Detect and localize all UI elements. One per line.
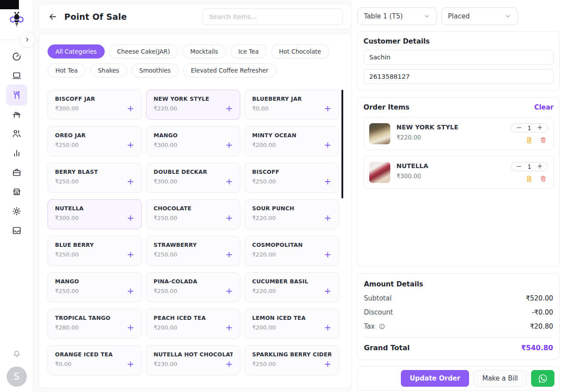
clear-order-link[interactable]: Clear	[534, 103, 554, 111]
tax-row: Tax ₹20.80	[364, 316, 553, 330]
add-product-icon[interactable]: +	[127, 104, 134, 112]
sidebar-item-tables[interactable]	[6, 104, 27, 125]
item-note-icon[interactable]	[525, 175, 533, 183]
product-card[interactable]: MINTY OCEAN ₹200.00 +	[245, 126, 339, 156]
category-chip[interactable]: Ice Tea	[231, 44, 267, 59]
add-product-icon[interactable]: +	[324, 250, 331, 258]
category-chip[interactable]: Cheese Cake(JAR)	[109, 44, 178, 59]
category-chip[interactable]: Elevated Coffee Refresher	[183, 63, 276, 77]
add-product-icon[interactable]: +	[225, 287, 233, 295]
add-product-icon[interactable]: +	[324, 141, 331, 149]
search-input[interactable]	[202, 8, 343, 25]
add-product-icon[interactable]: +	[225, 360, 233, 368]
product-card[interactable]: NEW YORK STYLE ₹220.00 +	[146, 90, 240, 120]
category-chip[interactable]: All Categories	[48, 44, 105, 59]
sidebar-item-settings[interactable]	[6, 201, 27, 222]
product-card[interactable]: SOUR PUNCH ₹220.00 +	[245, 199, 339, 229]
delete-item-icon[interactable]	[539, 136, 547, 144]
whatsapp-button[interactable]	[531, 370, 554, 387]
decrease-qty-button[interactable]: −	[516, 163, 522, 170]
add-product-icon[interactable]: +	[324, 177, 331, 185]
add-product-icon[interactable]: +	[127, 177, 134, 185]
product-card[interactable]: BISCOFF ₹250.00 +	[245, 163, 339, 193]
product-card[interactable]: DOUBLE DECKAR ₹300.00 +	[146, 163, 240, 193]
customer-name-input[interactable]	[363, 50, 554, 65]
product-name: NUTELLA	[55, 205, 134, 212]
category-chip[interactable]: Hot Tea	[48, 63, 86, 77]
add-product-icon[interactable]: +	[225, 177, 233, 185]
category-chip[interactable]: Smoothies	[132, 63, 179, 77]
product-name: TROPICAL TANGO	[55, 315, 134, 321]
sidebar-item-devices[interactable]	[6, 65, 27, 86]
category-chip[interactable]: Hot Chocolate	[271, 44, 329, 59]
add-product-icon[interactable]: +	[225, 141, 233, 149]
add-product-icon[interactable]: +	[324, 360, 331, 368]
sidebar-item-dashboard[interactable]	[6, 46, 27, 67]
grid-scrollbar[interactable]	[341, 90, 343, 198]
product-card[interactable]: MANGO ₹250.00 +	[48, 272, 142, 302]
product-card[interactable]: SPARKLING BERRY CIDER ₹250.00 +	[245, 345, 339, 375]
product-card[interactable]: BLUE BERRY ₹250.00 +	[48, 236, 142, 266]
sidebar-item-store[interactable]	[6, 181, 27, 202]
add-product-icon[interactable]: +	[127, 141, 134, 149]
product-card[interactable]: TROPICAL TANGO ₹280.00 +	[48, 309, 142, 339]
product-card[interactable]: PINA-COLADA ₹250.00 +	[146, 272, 240, 302]
product-card[interactable]: BLUEBERRY JAR ₹0.00 +	[245, 90, 339, 120]
quantity-stepper[interactable]: − 1 +	[511, 162, 548, 171]
product-card[interactable]: CUCUMBER BASIL ₹220.00 +	[245, 272, 339, 302]
product-card[interactable]: CHOCOLATE ₹250.00 +	[146, 199, 240, 229]
product-card[interactable]: BISCOFF JAR ₹300.00 +	[48, 90, 142, 120]
add-product-icon[interactable]: +	[324, 323, 331, 331]
add-product-icon[interactable]: +	[127, 360, 134, 368]
notifications-bell-icon[interactable]	[11, 348, 22, 360]
add-product-icon[interactable]: +	[225, 104, 233, 112]
add-product-icon[interactable]: +	[324, 214, 331, 222]
category-chip-label: All Categories	[55, 48, 97, 55]
product-card[interactable]: PEACH ICED TEA ₹200.00 +	[146, 309, 240, 339]
add-product-icon[interactable]: +	[324, 104, 331, 112]
add-product-icon[interactable]: +	[225, 250, 233, 258]
back-button[interactable]	[48, 11, 59, 22]
category-chip[interactable]: Shakes	[90, 63, 127, 77]
sidebar-item-customers[interactable]	[6, 123, 27, 144]
item-note-icon[interactable]	[525, 136, 533, 144]
product-card[interactable]: COSMOPOLITAN ₹220.00 +	[245, 236, 339, 266]
add-product-icon[interactable]: +	[127, 287, 134, 295]
category-chip[interactable]: Mocktails	[182, 44, 226, 59]
sidebar-item-inventory[interactable]	[6, 162, 27, 183]
product-name: SOUR PUNCH	[252, 205, 331, 212]
make-bill-button[interactable]: Make a Bill	[473, 370, 527, 387]
product-card[interactable]: STRAWBERRY ₹250.00 +	[146, 236, 240, 266]
status-select[interactable]: Placed	[441, 7, 518, 25]
product-card[interactable]: ORANGE ICED TEA ₹0.00 +	[48, 345, 142, 375]
increase-qty-button[interactable]: +	[537, 163, 543, 170]
add-product-icon[interactable]: +	[127, 250, 134, 258]
product-card[interactable]: BERRY BLAST ₹250.00 +	[48, 163, 142, 193]
product-card[interactable]: MANGO ₹300.00 +	[146, 126, 240, 156]
quantity-stepper[interactable]: − 1 +	[511, 123, 548, 132]
sidebar-item-orders-inbox[interactable]	[6, 220, 27, 241]
user-avatar[interactable]: S	[7, 366, 27, 387]
product-card[interactable]: LEMON ICED TEA ₹200.00 +	[245, 309, 339, 339]
decrease-qty-button[interactable]: −	[516, 125, 522, 131]
add-product-icon[interactable]: +	[225, 214, 233, 222]
sidebar-expand-button[interactable]	[19, 32, 35, 48]
delete-item-icon[interactable]	[539, 175, 547, 183]
product-card[interactable]: OREO JAR ₹250.00 +	[48, 126, 142, 156]
tax-info-icon[interactable]	[378, 323, 385, 330]
product-name: BISCOFF	[252, 169, 331, 175]
amount-details-card: Amount Details Subtotal ₹520.00 Discount…	[357, 273, 560, 360]
product-name: PINA-COLADA	[154, 278, 233, 285]
add-product-icon[interactable]: +	[225, 323, 233, 331]
add-product-icon[interactable]: +	[324, 287, 331, 295]
customer-phone-input[interactable]	[363, 69, 554, 84]
sidebar-item-pos[interactable]	[6, 84, 27, 106]
product-card[interactable]: NUTELLA ₹300.00 +	[48, 199, 142, 229]
add-product-icon[interactable]: +	[127, 323, 134, 331]
add-product-icon[interactable]: +	[127, 214, 134, 222]
product-card[interactable]: NUTELLA HOT CHOCOLATE ₹230.00 +	[146, 345, 240, 375]
table-select[interactable]: Table 1 (T5)	[357, 7, 437, 25]
increase-qty-button[interactable]: +	[537, 125, 543, 131]
update-order-button[interactable]: Update Order	[401, 370, 469, 387]
sidebar-item-analytics[interactable]	[6, 143, 27, 164]
